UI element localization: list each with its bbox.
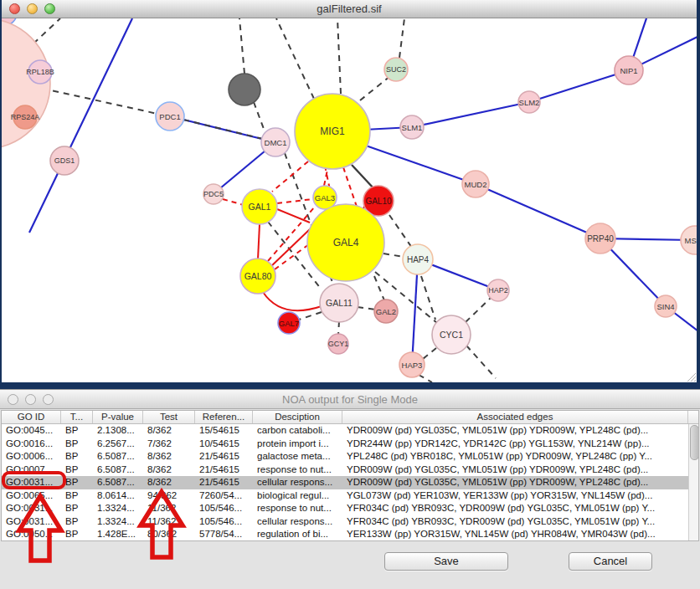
graph-edge [352,165,374,189]
node-label: SLM2 [519,98,540,107]
table-cell: cellular respons... [253,476,342,489]
column-header-desciption[interactable]: Desciption [253,411,342,423]
graph-node-GAL7[interactable]: GAL7 [278,312,300,334]
vertical-scrollbar[interactable] [688,424,698,540]
graph-edge [29,18,132,233]
cancel-button[interactable]: Cancel [569,552,652,571]
table-row[interactable]: GO:0007...BP6.5087...8/36221/54615respon… [2,464,698,477]
graph-node-PDC5[interactable]: PDC5 [203,184,224,204]
graph-edge [263,292,322,310]
node-label: HAP2 [488,286,508,294]
graph-edge [360,76,390,100]
graph-node-HAP3[interactable]: HAP3 [399,352,425,377]
network-titlebar[interactable]: galFiltered.sif [2,0,697,18]
column-header-referen-[interactable]: Referen... [195,411,253,423]
table-cell: 7/362 [143,438,195,451]
save-button[interactable]: Save [384,552,508,571]
graph-edge [383,254,404,257]
graph-node-HAP2[interactable]: HAP2 [487,279,509,301]
graph-node-MUD2[interactable]: MUD2 [462,171,489,197]
graph-node-DMC1[interactable]: DMC1 [261,128,290,156]
network-canvas[interactable]: RPL18BRPS24AGDS1PDC1DMC1MIG1SUC2SLM1SLM2… [2,18,697,382]
column-header-go-id[interactable]: GO ID [2,411,61,423]
node-label: GDS1 [54,156,75,165]
table-cell: galactose meta... [253,450,342,464]
table-row[interactable]: GO:0016...BP6.2567...7/36210/54615protei… [2,438,698,451]
minimize-button-icon[interactable] [27,3,38,14]
graph-edge [374,276,384,300]
close-button-icon[interactable] [8,394,18,405]
table-row[interactable]: GO:0031...BP1.3324...11/362105/546...cel… [2,515,698,529]
table-cell: BP [61,438,93,451]
graph-node-SUC2[interactable]: SUC2 [384,58,408,81]
table-cell: BP [61,528,93,541]
table-cell: response to nut... [253,464,342,477]
graph-node-SLM2[interactable]: SLM2 [518,91,540,113]
table-row[interactable]: GO:0050...BP1.428E...80/3625778/54...reg… [2,528,698,541]
graph-node-GCY1[interactable]: GCY1 [328,334,349,354]
graph-node-GAL80[interactable]: GAL80 [240,259,275,294]
graph-node-gray-node[interactable] [229,74,260,105]
table-cell: 2.1308... [93,424,143,438]
node-label: RPL18B [26,68,54,76]
graph-node-NIP1[interactable]: NIP1 [615,56,643,85]
column-header-p-value[interactable]: P-value [93,411,143,423]
column-header-associated-edges[interactable]: Associated edges [342,411,688,423]
table-row[interactable]: GO:0031...BP6.5087...8/36221/54615cellul… [2,476,698,489]
table-cell: BP [61,464,93,477]
graph-edge [412,259,418,365]
table-cell: biological regul... [253,489,342,503]
zoom-button-icon[interactable] [44,3,55,14]
zoom-button-icon[interactable] [43,394,54,405]
network-window: galFiltered.sif RPL18BRPS24AGDS1PDC1DMC1… [2,0,697,382]
graph-edge [389,215,412,248]
graph-node-SLM1[interactable]: SLM1 [400,115,424,139]
graph-edge [254,102,266,136]
table-cell: GO:0050... [2,528,61,541]
table-cell: 5778/54... [195,528,253,541]
table-cell: 11/362 [143,515,195,529]
graph-node-HAP4[interactable]: HAP4 [403,244,433,274]
table-cell: 80/362 [143,528,195,541]
graph-node-SIN4[interactable]: SIN4 [655,295,677,317]
graph-edge [276,18,314,99]
graph-node-MSL1[interactable]: MSL1 [681,226,697,254]
graph-node-GAL11[interactable]: GAL11 [320,284,358,322]
table-cell: BP [61,515,93,529]
network-graph: RPL18BRPS24AGDS1PDC1DMC1MIG1SUC2SLM1SLM2… [2,18,697,382]
table-cell: 21/54615 [195,464,253,477]
table-cell: 6.5087... [93,450,143,464]
table-row[interactable]: GO:0065...BP8.0614...94/3627260/54...bio… [2,489,698,503]
table-cell: 15/54615 [195,424,253,438]
graph-node-GAL1[interactable]: GAL1 [242,189,277,224]
minimize-button-icon[interactable] [25,394,36,405]
noa-titlebar[interactable]: NOA output for Single Mode [0,390,700,409]
graph-node-GAL4[interactable]: GAL4 [307,204,384,281]
scrollbar-thumb[interactable] [690,425,699,460]
graph-node-GAL2[interactable]: GAL2 [374,300,398,323]
table-cell: 21/54615 [195,476,253,489]
table-row[interactable]: GO:0031...BP1.3324...11/362105/546...res… [2,502,698,515]
table-cell: regulation of bi... [253,528,342,541]
graph-edge [277,199,312,203]
resize-grip-icon[interactable] [687,372,697,382]
table-cell: 1.3324... [93,515,143,529]
table-row[interactable]: GO:0006...BP6.5087...8/36221/54615galact… [2,450,698,464]
table-cell: 8/362 [143,476,195,489]
graph-node-MIG1[interactable]: MIG1 [295,94,370,169]
table-cell: 10/54615 [195,438,253,451]
graph-edge [258,224,260,259]
table-body: GO:0045...BP2.1308...8/36215/54615carbon… [2,424,698,541]
column-header-t-[interactable]: T... [61,411,93,423]
close-button-icon[interactable] [9,3,20,14]
column-header-test[interactable]: Test [143,411,195,423]
graph-node-GDS1[interactable]: GDS1 [50,146,79,175]
table-row[interactable]: GO:0045...BP2.1308...8/36215/54615carbon… [2,424,698,438]
table-cell: 8/362 [143,424,195,438]
table-cell: 94/362 [143,489,195,503]
graph-edge [277,209,310,223]
graph-node-CYC1[interactable]: CYC1 [432,315,471,354]
graph-node-PDC1[interactable]: PDC1 [156,102,184,131]
node-label: GAL4 [333,237,359,248]
graph-node-PRP40[interactable]: PRP40 [585,223,615,254]
